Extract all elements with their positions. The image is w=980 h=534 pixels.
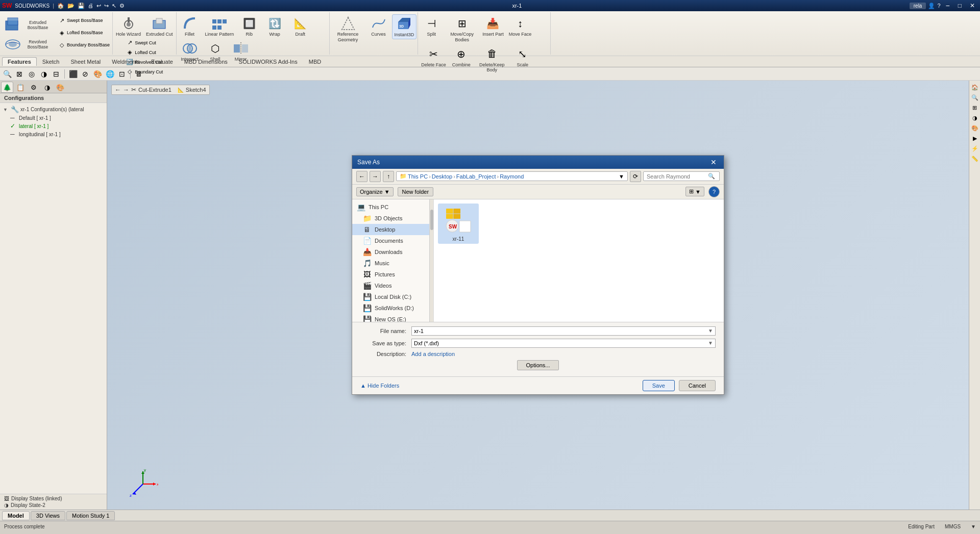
move-face-btn[interactable]: ↕ Move Face [507, 14, 534, 38]
linear-pattern-btn[interactable]: Linear Pattern [203, 14, 236, 38]
right-measure-icon[interactable]: 📏 [970, 154, 979, 163]
tab-sketch[interactable]: Sketch [37, 57, 65, 66]
tab-sheet-metal[interactable]: Sheet Metal [65, 57, 107, 66]
feature-tree-tab[interactable]: 🌲 [1, 82, 13, 93]
display2-icon[interactable]: ⊡ [117, 69, 127, 79]
help-btn[interactable]: ? [708, 186, 720, 197]
right-zoom-icon[interactable]: ⊞ [970, 103, 979, 112]
dialog-up-btn[interactable]: ↑ [383, 171, 394, 182]
delete-face-btn[interactable]: ✂ Delete Face [419, 45, 448, 69]
tree-item-default[interactable]: ─ Default [ xr-1 ] [2, 114, 105, 122]
nav-pictures[interactable]: 🖼 Pictures [352, 269, 433, 280]
organize-btn[interactable]: Organize ▼ [356, 187, 394, 196]
savetype-select[interactable]: Dxf (*.dxf) ▼ [411, 339, 716, 348]
open-icon[interactable]: 📂 [67, 3, 75, 9]
titlebar-maximize[interactable]: □ [955, 2, 965, 9]
dialog-refresh-btn[interactable]: ⟳ [630, 171, 641, 182]
dialog-close-btn[interactable]: ✕ [708, 158, 719, 166]
new-folder-btn[interactable]: New folder [398, 187, 434, 196]
filename-input[interactable]: xr-1 ▼ [411, 326, 716, 336]
description-link[interactable]: Add a description [411, 351, 455, 357]
filename-arrow[interactable]: ▼ [708, 328, 713, 334]
nav-documents[interactable]: 📄 Documents [352, 235, 433, 246]
instant3d-btn[interactable]: 3D Instant3D [392, 14, 417, 39]
titlebar-minimize[interactable]: − [943, 2, 953, 10]
right-display-icon[interactable]: ◑ [970, 113, 979, 122]
tree-item-lateral[interactable]: ✓ lateral [ xr-1 ] [2, 122, 105, 130]
titlebar-close[interactable]: ✕ [967, 2, 978, 9]
boundary-boss-btn[interactable]: ◇ Boundary Boss/Base [56, 40, 111, 49]
forward-nav-icon[interactable]: → [123, 86, 129, 93]
split-btn[interactable]: ⊣ Split [419, 14, 444, 38]
options-icon[interactable]: ⚙ [119, 3, 125, 9]
bread-project[interactable]: FabLab_Project [456, 173, 496, 180]
bread-raymond[interactable]: Raymond [500, 173, 524, 180]
hole-wizard-btn[interactable]: Hole Wizard [114, 14, 143, 38]
select-icon[interactable]: ↖ [112, 3, 116, 9]
print-icon[interactable]: 🖨 [88, 3, 93, 9]
options-btn[interactable]: Options... [517, 360, 558, 370]
wrap-btn[interactable]: 🔃 Wrap [262, 14, 287, 38]
config-tab[interactable]: ⚙ [28, 82, 40, 93]
scene-icon[interactable]: 🌐 [105, 69, 115, 79]
bottom-tab-model[interactable]: Model [2, 511, 30, 520]
appearance-icon[interactable]: 🎨 [92, 69, 103, 79]
cancel-btn[interactable]: Cancel [679, 380, 716, 391]
breadcrumb-dropdown[interactable]: ▼ [619, 173, 624, 180]
display-icon[interactable]: ◎ [27, 69, 37, 79]
extruded-boss-btn[interactable]: Extruded Boss/Base [1, 14, 55, 36]
bottom-tab-motion[interactable]: Motion Study 1 [66, 511, 115, 520]
monitor-icon[interactable]: 🖥 [134, 69, 144, 79]
nav-downloads[interactable]: 📥 Downloads [352, 246, 433, 258]
swept-cut-btn[interactable]: ↗ Swept Cut [124, 38, 164, 47]
view-icon[interactable]: ⬛ [68, 69, 78, 79]
nav-music[interactable]: 🎵 Music [352, 258, 433, 269]
bread-desktop[interactable]: Desktop [432, 173, 452, 180]
curves-btn[interactable]: Curves [366, 14, 391, 38]
lines-icon[interactable]: ⊟ [51, 69, 61, 79]
view-toggle-btn[interactable]: ⊞ ▼ [685, 187, 704, 196]
savetype-arrow[interactable]: ▼ [708, 340, 713, 346]
zoom-fit-icon[interactable]: ⊠ [14, 69, 24, 79]
right-home-icon[interactable]: 🏠 [970, 83, 979, 92]
lofted-cut-btn[interactable]: ◈ Lofted Cut [124, 48, 164, 57]
swept-boss-btn[interactable]: ↗ Swept Boss/Base [56, 16, 111, 25]
right-render-icon[interactable]: 🎨 [970, 123, 979, 133]
combine-btn[interactable]: ⊕ Combine [449, 45, 474, 69]
property-tab[interactable]: 📋 [14, 82, 27, 93]
user-icon[interactable]: 👤 [928, 3, 935, 9]
tab-mbd-dimensions[interactable]: MBD Dimensions [179, 57, 233, 66]
redo-icon[interactable]: ↪ [104, 3, 109, 9]
units-dropdown[interactable]: ▼ [971, 524, 976, 529]
dialog-back-btn[interactable]: ← [356, 171, 368, 182]
nav-videos[interactable]: 🎬 Videos [352, 280, 433, 291]
extruded-cut-btn[interactable]: Extruded Cut [144, 14, 175, 38]
right-simulate-icon[interactable]: ⚡ [970, 144, 979, 153]
insert-part-btn[interactable]: 📥 Insert Part [480, 14, 506, 38]
search-icon[interactable]: 🔍 [2, 69, 12, 79]
ref-geometry-btn[interactable]: Reference Geometry [331, 14, 365, 44]
shading-icon[interactable]: ◑ [39, 69, 49, 79]
nav-desktop[interactable]: 🖥 Desktop [352, 224, 433, 235]
rib-btn[interactable]: 🔲 Rib [237, 14, 261, 38]
user-search[interactable]: rela [910, 3, 926, 9]
nav-home-icon[interactable]: 🏠 [57, 3, 64, 9]
nav-solidworks-d[interactable]: 💾 SolidWorks (D:) [352, 302, 433, 314]
undo-icon[interactable]: ↩ [96, 3, 101, 9]
scale-btn[interactable]: ⤡ Scale [510, 45, 535, 69]
hide-folders-link[interactable]: ▲ Hide Folders [360, 383, 639, 389]
nav-this-pc[interactable]: 💻 This PC [352, 201, 433, 213]
display-tab[interactable]: ◑ [41, 82, 53, 93]
back-nav-icon[interactable]: ← [115, 86, 121, 93]
tab-features[interactable]: Features [2, 57, 37, 66]
nav-local-c[interactable]: 💾 Local Disk (C:) [352, 291, 433, 302]
move-copy-btn[interactable]: ⊞ Move/Copy Bodies [445, 14, 479, 44]
right-search-icon[interactable]: 🔍 [970, 93, 979, 102]
tab-mbd[interactable]: MBD [303, 57, 327, 66]
help-icon[interactable]: ? [937, 3, 940, 9]
right-motion-icon[interactable]: ▶ [970, 134, 979, 143]
appearance2-tab[interactable]: 🎨 [54, 82, 66, 93]
tree-root[interactable]: ▼ 🔧 xr-1 Configuration(s) (lateral [2, 105, 105, 114]
bottom-tab-3dviews[interactable]: 3D Views [31, 511, 65, 520]
save-icon[interactable]: 💾 [78, 3, 85, 9]
